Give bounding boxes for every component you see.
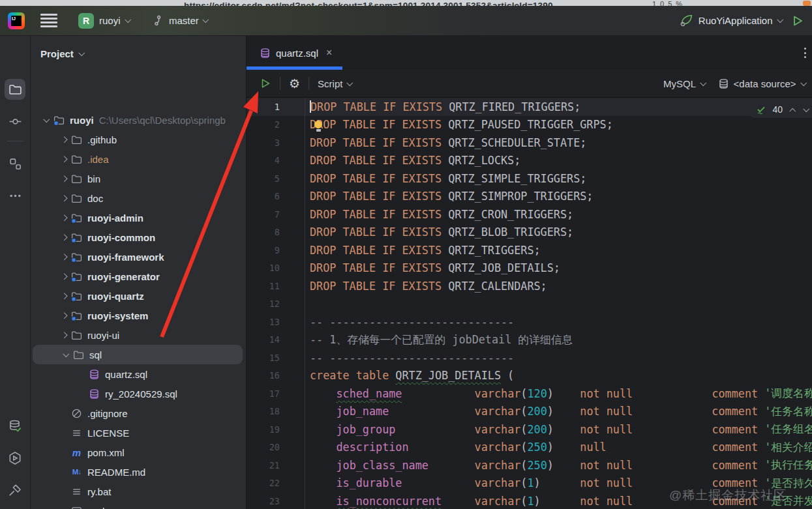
expander-chevron-icon[interactable] [57, 333, 70, 338]
tree-item-ry-bat[interactable]: ry.bat [31, 482, 246, 501]
tree-item-ruoyi-generator[interactable]: ruoyi-generator [31, 267, 246, 286]
commit-tool-button[interactable] [5, 111, 25, 132]
chevron-down-icon[interactable] [803, 106, 809, 111]
code-line[interactable]: 9DROP TABLE IF EXISTS QRTZ_TRIGGERS; [247, 241, 812, 259]
expander-chevron-icon[interactable] [57, 177, 70, 181]
tree-item-ruoyi-framework[interactable]: ruoyi-framework [31, 247, 246, 267]
code-line[interactable]: 1DROP TABLE IF EXISTS QRTZ_FIRED_TRIGGER… [247, 98, 812, 116]
expander-chevron-icon[interactable] [57, 274, 70, 279]
code-line-text: DROP TABLE IF EXISTS QRTZ_SCHEDULER_STAT… [305, 134, 586, 152]
run-icon [791, 14, 804, 27]
code-line[interactable]: 6DROP TABLE IF EXISTS QRTZ_SIMPROP_TRIGG… [247, 188, 812, 206]
expander-chevron-icon[interactable] [57, 255, 70, 259]
code-line[interactable]: 4DROP TABLE IF EXISTS QRTZ_LOCKS; [247, 152, 812, 170]
code-line[interactable]: 5DROP TABLE IF EXISTS QRTZ_SIMPLE_TRIGGE… [247, 169, 812, 188]
inspections-widget[interactable]: 40 [749, 101, 812, 118]
expander-chevron-icon[interactable] [57, 313, 70, 318]
inspections-count: 40 [772, 104, 783, 115]
intellij-logo-icon[interactable]: IJ [8, 12, 25, 29]
intention-bulb-icon[interactable] [314, 121, 323, 132]
code-line[interactable]: 3DROP TABLE IF EXISTS QRTZ_SCHEDULER_STA… [247, 134, 812, 152]
code-line[interactable]: 14-- 1、存储每一个已配置的 jobDetail 的详细信息 [247, 331, 812, 349]
tree-item-pom-xml[interactable]: mpom.xml [31, 443, 246, 462]
tree-item-ry-sh[interactable]: ry.sh [31, 501, 246, 509]
code-line[interactable]: 8DROP TABLE IF EXISTS QRTZ_BLOB_TRIGGERS… [247, 224, 812, 242]
run-button[interactable] [791, 14, 804, 27]
expander-chevron-icon[interactable] [57, 138, 70, 142]
tree-item--github[interactable]: .github [31, 130, 246, 149]
tree-item-ruoyi-common[interactable]: ruoyi-common [31, 227, 246, 247]
tree-item-ruoyi-system[interactable]: ruoyi-system [31, 306, 246, 325]
execute-script-button[interactable] [260, 78, 271, 89]
code-line[interactable]: 17 sched_name varchar(120) not null comm… [247, 385, 812, 403]
database-tool-button[interactable] [5, 416, 25, 437]
project-tree: ruoyiC:\Users\qcl\Desktop\springb.github… [31, 110, 246, 509]
expander-chevron-icon[interactable] [57, 157, 70, 162]
code-line[interactable]: 2DROP TABLE IF EXISTS QRTZ_PAUSED_TRIGGE… [247, 116, 812, 134]
main-menu-button[interactable] [38, 11, 60, 29]
shell-icon [70, 506, 83, 509]
tree-item-label: pom.xml [87, 447, 125, 458]
project-widget[interactable]: R ruoyi [74, 10, 134, 31]
structure-tool-button[interactable] [5, 153, 25, 174]
code-line[interactable]: 21 job_class_name varchar(250) not null … [247, 456, 812, 474]
tree-item-ruoyi-quartz[interactable]: ruoyi-quartz [31, 286, 246, 306]
structure-icon [8, 157, 22, 171]
tab-quartz-sql[interactable]: quartz.sql × [247, 36, 342, 70]
code-line[interactable]: 16create table QRTZ_JOB_DETAILS ( [247, 367, 812, 385]
expander-chevron-icon[interactable] [59, 353, 72, 357]
code-line[interactable]: 15-- ---------------------------- [247, 349, 812, 367]
tree-item-label: bin [87, 173, 100, 184]
tree-item-doc[interactable]: doc [31, 188, 246, 208]
chevron-up-icon[interactable] [790, 108, 796, 114]
script-dropdown[interactable]: Script [318, 78, 352, 89]
code-line[interactable]: 10DROP TABLE IF EXISTS QRTZ_JOB_DETAILS; [247, 259, 812, 278]
code-editor[interactable]: 1DROP TABLE IF EXISTS QRTZ_FIRED_TRIGGER… [247, 98, 812, 509]
line-number: 3 [247, 134, 305, 152]
code-line[interactable]: 18 job_name varchar(200) not null commen… [247, 403, 812, 421]
tree-item-ruoyi[interactable]: ruoyiC:\Users\qcl\Desktop\springb [31, 110, 246, 130]
expander-chevron-icon[interactable] [57, 216, 70, 220]
more-tools-button[interactable] [5, 185, 25, 206]
project-avatar: R [78, 13, 94, 29]
chevron-down-icon [800, 80, 806, 85]
expander-chevron-icon[interactable] [57, 196, 70, 201]
code-line[interactable]: 12 [247, 295, 812, 313]
code-line[interactable]: 7DROP TABLE IF EXISTS QRTZ_CRON_TRIGGERS… [247, 205, 812, 224]
code-line-text: -- 1、存储每一个已配置的 jobDetail 的详细信息 [305, 331, 573, 349]
project-tool-button[interactable] [5, 79, 25, 100]
tree-item--gitignore[interactable]: .gitignore [31, 403, 246, 423]
tree-item-license[interactable]: LICENSE [31, 423, 246, 443]
gear-icon[interactable]: ⚙ [289, 78, 300, 90]
tree-item-readme-md[interactable]: M↓README.md [31, 462, 246, 482]
code-line-text: DROP TABLE IF EXISTS QRTZ_CRON_TRIGGERS; [305, 205, 573, 224]
services-tool-button[interactable] [5, 448, 25, 469]
datasource-dropdown[interactable]: <data source> [734, 78, 805, 89]
line-number: 20 [247, 439, 305, 457]
tree-item--idea[interactable]: .idea [31, 149, 246, 169]
tree-item-ruoyi-ui[interactable]: ruoyi-ui [31, 325, 246, 345]
expander-chevron-icon[interactable] [40, 118, 53, 123]
line-number: 17 [247, 385, 305, 403]
tree-item-ry-20240529-sql[interactable]: ry_20240529.sql [31, 384, 246, 403]
code-line[interactable]: 13-- ---------------------------- [247, 313, 812, 331]
dialect-dropdown[interactable]: MySQL [663, 78, 706, 89]
tree-item-bin[interactable]: bin [31, 169, 246, 188]
code-line[interactable]: 20 description varchar(250) null comment… [247, 439, 812, 457]
tree-item-quartz-sql[interactable]: quartz.sql [31, 364, 246, 384]
tree-item-sql[interactable]: sql [33, 345, 243, 364]
build-tool-button[interactable] [5, 480, 25, 501]
textfile-icon [70, 428, 83, 439]
chevron-down-icon [203, 16, 209, 22]
code-line[interactable]: 11DROP TABLE IF EXISTS QRTZ_CALENDARS; [247, 277, 812, 295]
tree-item-ruoyi-admin[interactable]: ruoyi-admin [31, 208, 246, 227]
close-icon[interactable]: × [326, 47, 332, 59]
code-line-text: DROP TABLE IF EXISTS QRTZ_BLOB_TRIGGERS; [305, 224, 573, 242]
expander-chevron-icon[interactable] [57, 235, 70, 240]
code-line[interactable]: 19 job_group varchar(200) not null comme… [247, 420, 812, 439]
project-panel-header[interactable]: Project [31, 36, 246, 59]
vcs-branch-widget[interactable]: master [149, 12, 211, 29]
tab-options-button[interactable] [798, 36, 812, 70]
run-configuration-widget[interactable]: RuoYiApplication [680, 14, 782, 27]
expander-chevron-icon[interactable] [57, 294, 70, 298]
